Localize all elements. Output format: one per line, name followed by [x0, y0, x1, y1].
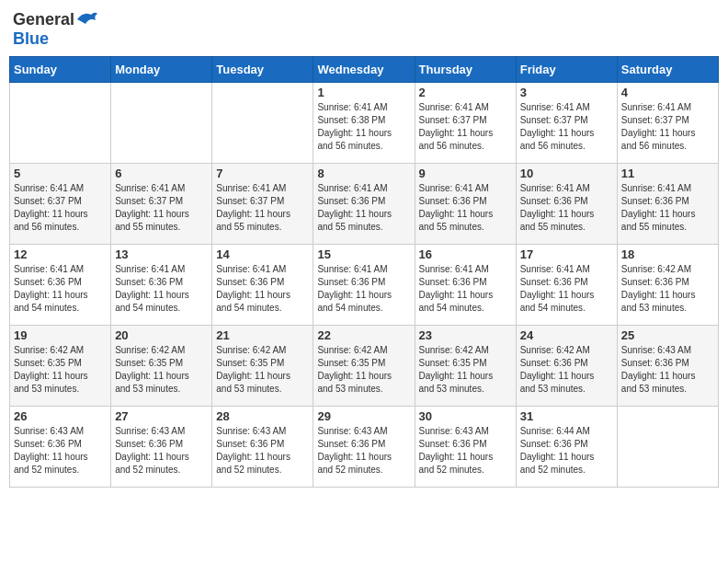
weekday-header-row: SundayMondayTuesdayWednesdayThursdayFrid…: [10, 57, 719, 83]
day-number: 29: [317, 409, 410, 423]
calendar: SundayMondayTuesdayWednesdayThursdayFrid…: [9, 56, 719, 488]
day-number: 5: [14, 167, 107, 180]
header: General Blue: [9, 9, 719, 49]
day-info: Sunrise: 6:41 AM Sunset: 6:36 PM Dayligh…: [621, 182, 714, 234]
day-info: Sunrise: 6:43 AM Sunset: 6:36 PM Dayligh…: [115, 425, 208, 477]
calendar-week-row: 19Sunrise: 6:42 AM Sunset: 6:35 PM Dayli…: [10, 326, 719, 407]
day-info: Sunrise: 6:42 AM Sunset: 6:35 PM Dayligh…: [317, 344, 410, 396]
day-number: 9: [419, 167, 512, 180]
weekday-header-thursday: Thursday: [415, 57, 516, 83]
calendar-day-25: 25Sunrise: 6:43 AM Sunset: 6:36 PM Dayli…: [617, 326, 718, 407]
day-number: 2: [419, 86, 512, 99]
day-info: Sunrise: 6:41 AM Sunset: 6:36 PM Dayligh…: [115, 263, 208, 315]
calendar-day-11: 11Sunrise: 6:41 AM Sunset: 6:36 PM Dayli…: [617, 164, 718, 245]
day-number: 4: [621, 86, 714, 99]
day-info: Sunrise: 6:43 AM Sunset: 6:36 PM Dayligh…: [14, 425, 107, 477]
calendar-day-15: 15Sunrise: 6:41 AM Sunset: 6:36 PM Dayli…: [313, 245, 415, 326]
day-info: Sunrise: 6:41 AM Sunset: 6:37 PM Dayligh…: [115, 182, 208, 234]
day-info: Sunrise: 6:41 AM Sunset: 6:36 PM Dayligh…: [520, 263, 613, 315]
day-info: Sunrise: 6:41 AM Sunset: 6:37 PM Dayligh…: [520, 101, 613, 153]
day-number: 16: [419, 247, 512, 261]
calendar-day-23: 23Sunrise: 6:42 AM Sunset: 6:35 PM Dayli…: [415, 326, 516, 407]
day-number: 20: [115, 328, 208, 342]
day-info: Sunrise: 6:41 AM Sunset: 6:37 PM Dayligh…: [419, 101, 512, 153]
calendar-day-29: 29Sunrise: 6:43 AM Sunset: 6:36 PM Dayli…: [313, 407, 415, 488]
weekday-header-sunday: Sunday: [10, 57, 111, 83]
day-number: 13: [115, 247, 208, 261]
day-number: 21: [216, 328, 309, 342]
calendar-day-12: 12Sunrise: 6:41 AM Sunset: 6:36 PM Dayli…: [10, 245, 111, 326]
day-number: 11: [621, 167, 714, 180]
logo-general-text: General: [13, 10, 74, 29]
calendar-day-16: 16Sunrise: 6:41 AM Sunset: 6:36 PM Dayli…: [415, 245, 516, 326]
calendar-day-8: 8Sunrise: 6:41 AM Sunset: 6:36 PM Daylig…: [313, 164, 415, 245]
day-info: Sunrise: 6:42 AM Sunset: 6:36 PM Dayligh…: [621, 263, 714, 315]
day-number: 17: [520, 247, 613, 261]
day-info: Sunrise: 6:41 AM Sunset: 6:36 PM Dayligh…: [317, 263, 410, 315]
calendar-day-31: 31Sunrise: 6:44 AM Sunset: 6:36 PM Dayli…: [516, 407, 617, 488]
calendar-empty-cell: [10, 83, 111, 164]
day-info: Sunrise: 6:42 AM Sunset: 6:35 PM Dayligh…: [14, 344, 107, 396]
calendar-week-row: 5Sunrise: 6:41 AM Sunset: 6:37 PM Daylig…: [10, 164, 719, 245]
day-info: Sunrise: 6:41 AM Sunset: 6:37 PM Dayligh…: [621, 101, 714, 153]
calendar-day-27: 27Sunrise: 6:43 AM Sunset: 6:36 PM Dayli…: [111, 407, 212, 488]
day-number: 7: [216, 167, 309, 180]
calendar-week-row: 26Sunrise: 6:43 AM Sunset: 6:36 PM Dayli…: [10, 407, 719, 488]
calendar-day-13: 13Sunrise: 6:41 AM Sunset: 6:36 PM Dayli…: [111, 245, 212, 326]
day-number: 31: [520, 409, 613, 423]
weekday-header-tuesday: Tuesday: [212, 57, 313, 83]
day-info: Sunrise: 6:41 AM Sunset: 6:36 PM Dayligh…: [216, 263, 309, 315]
logo-bird-icon: [74, 9, 100, 29]
calendar-day-24: 24Sunrise: 6:42 AM Sunset: 6:36 PM Dayli…: [516, 326, 617, 407]
day-number: 1: [317, 86, 410, 99]
day-info: Sunrise: 6:43 AM Sunset: 6:36 PM Dayligh…: [317, 425, 410, 477]
day-number: 23: [419, 328, 512, 342]
day-info: Sunrise: 6:42 AM Sunset: 6:35 PM Dayligh…: [216, 344, 309, 396]
logo-blue-text: Blue: [13, 29, 49, 49]
day-info: Sunrise: 6:41 AM Sunset: 6:36 PM Dayligh…: [419, 182, 512, 234]
calendar-day-21: 21Sunrise: 6:42 AM Sunset: 6:35 PM Dayli…: [212, 326, 313, 407]
day-number: 3: [520, 86, 613, 99]
calendar-week-row: 1Sunrise: 6:41 AM Sunset: 6:38 PM Daylig…: [10, 83, 719, 164]
day-number: 8: [317, 167, 410, 180]
calendar-day-4: 4Sunrise: 6:41 AM Sunset: 6:37 PM Daylig…: [617, 83, 718, 164]
day-info: Sunrise: 6:44 AM Sunset: 6:36 PM Dayligh…: [520, 425, 613, 477]
weekday-header-wednesday: Wednesday: [313, 57, 415, 83]
calendar-day-22: 22Sunrise: 6:42 AM Sunset: 6:35 PM Dayli…: [313, 326, 415, 407]
calendar-day-26: 26Sunrise: 6:43 AM Sunset: 6:36 PM Dayli…: [10, 407, 111, 488]
calendar-day-10: 10Sunrise: 6:41 AM Sunset: 6:36 PM Dayli…: [516, 164, 617, 245]
day-info: Sunrise: 6:41 AM Sunset: 6:38 PM Dayligh…: [317, 101, 410, 153]
weekday-header-monday: Monday: [111, 57, 212, 83]
day-number: 14: [216, 247, 309, 261]
calendar-day-3: 3Sunrise: 6:41 AM Sunset: 6:37 PM Daylig…: [516, 83, 617, 164]
calendar-day-5: 5Sunrise: 6:41 AM Sunset: 6:37 PM Daylig…: [10, 164, 111, 245]
day-info: Sunrise: 6:41 AM Sunset: 6:36 PM Dayligh…: [317, 182, 410, 234]
calendar-week-row: 12Sunrise: 6:41 AM Sunset: 6:36 PM Dayli…: [10, 245, 719, 326]
day-info: Sunrise: 6:42 AM Sunset: 6:36 PM Dayligh…: [520, 344, 613, 396]
logo: General Blue: [13, 9, 100, 49]
calendar-day-28: 28Sunrise: 6:43 AM Sunset: 6:36 PM Dayli…: [212, 407, 313, 488]
day-info: Sunrise: 6:43 AM Sunset: 6:36 PM Dayligh…: [621, 344, 714, 396]
page: General Blue SundayMondayTuesdayWednesda…: [0, 0, 728, 497]
weekday-header-friday: Friday: [516, 57, 617, 83]
calendar-day-2: 2Sunrise: 6:41 AM Sunset: 6:37 PM Daylig…: [415, 83, 516, 164]
day-info: Sunrise: 6:41 AM Sunset: 6:37 PM Dayligh…: [14, 182, 107, 234]
day-number: 30: [419, 409, 512, 423]
day-info: Sunrise: 6:41 AM Sunset: 6:36 PM Dayligh…: [419, 263, 512, 315]
weekday-header-saturday: Saturday: [617, 57, 718, 83]
calendar-day-17: 17Sunrise: 6:41 AM Sunset: 6:36 PM Dayli…: [516, 245, 617, 326]
day-info: Sunrise: 6:43 AM Sunset: 6:36 PM Dayligh…: [419, 425, 512, 477]
calendar-day-9: 9Sunrise: 6:41 AM Sunset: 6:36 PM Daylig…: [415, 164, 516, 245]
day-info: Sunrise: 6:43 AM Sunset: 6:36 PM Dayligh…: [216, 425, 309, 477]
calendar-day-1: 1Sunrise: 6:41 AM Sunset: 6:38 PM Daylig…: [313, 83, 415, 164]
calendar-day-14: 14Sunrise: 6:41 AM Sunset: 6:36 PM Dayli…: [212, 245, 313, 326]
day-number: 22: [317, 328, 410, 342]
day-number: 12: [14, 247, 107, 261]
calendar-empty-cell: [111, 83, 212, 164]
day-number: 6: [115, 167, 208, 180]
day-number: 15: [317, 247, 410, 261]
day-number: 27: [115, 409, 208, 423]
calendar-day-20: 20Sunrise: 6:42 AM Sunset: 6:35 PM Dayli…: [111, 326, 212, 407]
day-info: Sunrise: 6:41 AM Sunset: 6:37 PM Dayligh…: [216, 182, 309, 234]
calendar-day-18: 18Sunrise: 6:42 AM Sunset: 6:36 PM Dayli…: [617, 245, 718, 326]
